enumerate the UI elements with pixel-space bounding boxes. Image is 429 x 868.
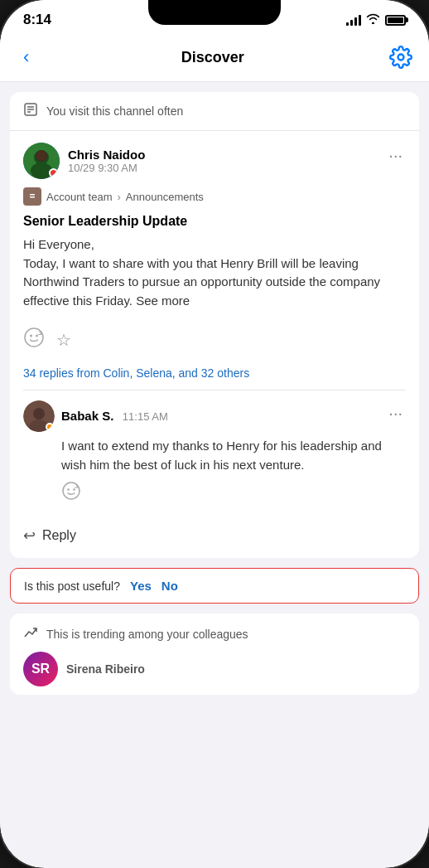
channel-banner-icon: [23, 102, 38, 120]
thread-message-header: Babak S. 11:15 AM ···: [23, 400, 406, 432]
message-title: Senior Leadership Update: [23, 214, 406, 229]
svg-point-15: [30, 335, 32, 337]
svg-rect-13: [30, 196, 35, 198]
back-button[interactable]: ‹: [17, 43, 36, 71]
trending-icon: [23, 625, 38, 643]
thread-author-time: 11:15 AM: [123, 410, 168, 423]
trending-author-row: SR Sirena Ribeiro: [23, 652, 406, 686]
feedback-question: Is this post useful?: [24, 579, 120, 593]
svg-point-9: [36, 151, 46, 161]
channel-banner-text: You visit this channel often: [46, 104, 183, 118]
breadcrumb-separator: ›: [118, 191, 121, 203]
thread-author-avatar: [23, 400, 55, 432]
phone-screen: 8:14 ‹ Discover: [0, 0, 429, 868]
thread-reaction-row: [23, 474, 406, 508]
signal-icon: [346, 14, 361, 26]
thread-author-status: [46, 423, 54, 431]
trending-card: This is trending among your colleagues S…: [10, 613, 419, 695]
channel-banner: You visit this channel often: [10, 92, 419, 131]
message-body: Hi Everyone,Today, I want to share with …: [23, 235, 406, 310]
breadcrumb-channel: Announcements: [126, 191, 204, 203]
more-options-button[interactable]: ···: [385, 143, 406, 168]
status-time: 8:14: [23, 12, 51, 28]
breadcrumb-team: Account team: [46, 191, 113, 203]
thread-message: Babak S. 11:15 AM ··· I want to extend m…: [10, 390, 419, 518]
reaction-row: ☆: [10, 320, 419, 363]
svg-point-16: [36, 335, 38, 337]
battery-icon: [385, 15, 406, 26]
trending-banner: This is trending among your colleagues: [23, 625, 406, 643]
page-title: Discover: [181, 49, 244, 66]
breadcrumb: Account team › Announcements: [10, 186, 419, 214]
thread-author-details: Babak S. 11:15 AM: [61, 409, 168, 424]
message-header: Chris Naidoo 10/29 9:30 AM ···: [10, 131, 419, 186]
feedback-no-button[interactable]: No: [161, 579, 178, 593]
feedback-bar: Is this post useful? Yes No: [10, 568, 419, 604]
post-card: You visit this channel often: [10, 92, 419, 558]
svg-point-14: [25, 328, 43, 347]
reply-label: Reply: [42, 528, 76, 543]
nav-bar: ‹ Discover: [0, 33, 429, 82]
thread-message-body: I want to extend my thanks to Henry for …: [23, 437, 406, 474]
author-avatar: [23, 143, 60, 179]
thread-more-options-button[interactable]: ···: [385, 400, 406, 426]
reply-button[interactable]: ↩ Reply: [10, 518, 419, 558]
trending-author-name: Sirena Ribeiro: [66, 659, 145, 679]
thread-author-name: Babak S.: [61, 409, 113, 423]
svg-point-22: [73, 488, 75, 491]
replies-link[interactable]: 34 replies from Colin, Selena, and 32 ot…: [10, 363, 419, 390]
author-status-dot: [49, 168, 58, 177]
svg-rect-12: [30, 194, 35, 196]
author-details: Chris Naidoo 10/29 9:30 AM: [68, 148, 145, 174]
thread-author-row: Babak S. 11:15 AM: [23, 400, 168, 432]
message-content: Senior Leadership Update Hi Everyone,Tod…: [10, 214, 419, 320]
reply-arrow-icon: ↩: [23, 526, 36, 545]
emoji-reaction-button[interactable]: [23, 327, 45, 353]
main-content: You visit this channel often: [0, 82, 429, 867]
wifi-icon: [366, 13, 380, 27]
settings-icon[interactable]: [389, 46, 412, 69]
author-name: Chris Naidoo: [68, 148, 145, 162]
author-time: 10/29 9:30 AM: [68, 162, 145, 174]
svg-point-18: [33, 408, 45, 419]
team-icon: [23, 187, 41, 206]
status-icons: [346, 13, 406, 27]
trending-author-avatar: SR: [23, 652, 58, 686]
svg-point-21: [67, 488, 70, 491]
notch: [148, 0, 281, 25]
author-info: Chris Naidoo 10/29 9:30 AM: [23, 143, 145, 179]
trending-banner-text: This is trending among your colleagues: [46, 628, 248, 641]
svg-point-0: [398, 55, 404, 61]
feedback-yes-button[interactable]: Yes: [130, 579, 152, 593]
phone-frame: 8:14 ‹ Discover: [0, 0, 429, 868]
star-button[interactable]: ☆: [56, 330, 71, 350]
